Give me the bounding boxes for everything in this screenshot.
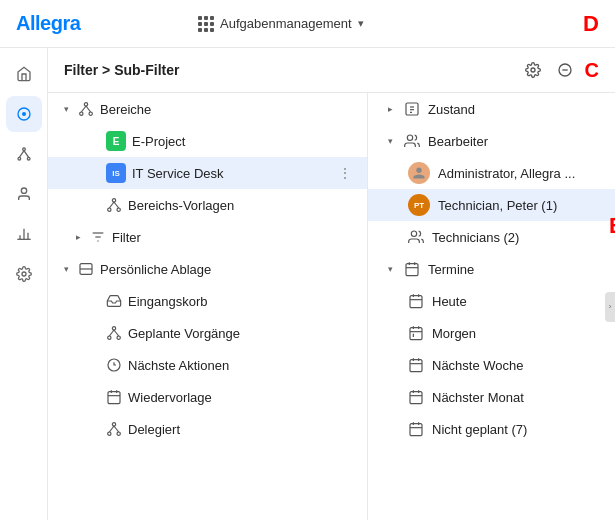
right-row-naechster-monat[interactable]: Nächster Monat	[368, 381, 615, 413]
sidebar-item-chart[interactable]	[6, 216, 42, 252]
svg-point-16	[84, 103, 87, 106]
tree-row-delegiert[interactable]: Delegiert	[48, 413, 367, 445]
annotation-c: C	[585, 59, 599, 82]
zustand-label: Zustand	[428, 102, 475, 117]
svg-point-4	[27, 157, 30, 160]
right-row-nicht-geplant[interactable]: Nicht geplant (7)	[368, 413, 615, 445]
right-row-heute[interactable]: Heute	[368, 285, 615, 317]
ng-icon	[408, 421, 424, 437]
tree-row-naechste-aktionen[interactable]: Nächste Aktionen	[48, 349, 367, 381]
svg-rect-64	[410, 360, 422, 372]
svg-point-50	[407, 135, 412, 140]
tree-row-geplante-vorgaenge[interactable]: Geplante Vorgänge	[48, 317, 367, 349]
ng-label: Nicht geplant (7)	[432, 422, 599, 437]
na-label: Nächste Aktionen	[128, 358, 355, 373]
nm-icon	[408, 389, 424, 405]
expand-pa-icon[interactable]	[60, 263, 72, 275]
svg-point-12	[22, 272, 26, 276]
technicians-label: Technicians (2)	[432, 230, 599, 245]
right-row-bearbeiter[interactable]: Bearbeiter	[368, 125, 615, 157]
its-label: IT Service Desk	[132, 166, 329, 181]
filter-header: Filter > Sub-Filter C	[48, 48, 615, 93]
svg-point-22	[108, 208, 111, 211]
two-col: Bereiche E E-Project IS IT Service Desk …	[48, 93, 615, 520]
right-row-technician-peter[interactable]: PT Technician, Peter (1)	[368, 189, 615, 221]
collapse-handle[interactable]: ›	[605, 292, 615, 322]
logo: Allegra	[16, 12, 80, 35]
annotation-d: D	[583, 11, 599, 37]
annotation-b: B	[609, 213, 615, 239]
heute-icon	[408, 293, 424, 309]
morgen-label: Morgen	[432, 326, 599, 341]
right-row-morgen[interactable]: Morgen	[368, 317, 615, 349]
svg-point-7	[21, 188, 26, 193]
expand-termine-icon[interactable]	[384, 263, 396, 275]
tree-row-e-project[interactable]: E E-Project	[48, 125, 367, 157]
sidebar-item-home[interactable]	[6, 56, 42, 92]
tree-row-filter[interactable]: Filter	[48, 221, 367, 253]
svg-line-19	[81, 106, 86, 112]
gv-icon	[106, 325, 122, 341]
svg-line-45	[114, 426, 119, 432]
svg-rect-56	[410, 296, 422, 308]
svg-point-2	[22, 148, 25, 151]
content-area: Filter > Sub-Filter C	[48, 48, 615, 520]
svg-rect-52	[406, 264, 418, 276]
sidebar-item-filter[interactable]	[6, 96, 42, 132]
collapse-arrow-icon: ›	[609, 302, 612, 311]
right-panel: Zustand Bearbeiter	[368, 93, 615, 520]
tree-row-eingangskorb[interactable]: Eingangskorb	[48, 285, 367, 317]
sidebar-item-network[interactable]	[6, 136, 42, 172]
del-label: Delegiert	[128, 422, 355, 437]
breadcrumb: Filter > Sub-Filter	[64, 62, 180, 78]
svg-point-23	[117, 208, 120, 211]
gear-button[interactable]	[521, 58, 545, 82]
svg-rect-60	[410, 328, 422, 340]
technician-peter-label: Technician, Peter (1)	[438, 198, 599, 213]
right-row-technicians[interactable]: Technicians (2) B	[368, 221, 615, 253]
svg-point-31	[112, 327, 115, 330]
bv-label: Bereichs-Vorlagen	[128, 198, 355, 213]
tree-row-it-service-desk[interactable]: IS IT Service Desk ⋮ A	[48, 157, 367, 189]
svg-line-24	[109, 202, 114, 208]
svg-point-18	[89, 112, 92, 115]
bereiche-icon	[78, 101, 94, 117]
nw-icon	[408, 357, 424, 373]
wv-label: Wiedervorlage	[128, 390, 355, 405]
morgen-icon	[408, 325, 424, 341]
apps-icon[interactable]	[198, 16, 214, 32]
sidebar-item-user[interactable]	[6, 176, 42, 212]
right-row-administrator[interactable]: Administrator, Allegra ...	[368, 157, 615, 189]
bearbeiter-label: Bearbeiter	[428, 134, 488, 149]
right-row-naechste-woche[interactable]: Nächste Woche	[368, 349, 615, 381]
nm-label: Nächster Monat	[432, 390, 599, 405]
expand-bearbeiter-icon[interactable]	[384, 135, 396, 147]
tree-row-wiedervorlage[interactable]: Wiedervorlage	[48, 381, 367, 413]
expand-zustand-icon[interactable]	[384, 103, 396, 115]
expand-bereiche-icon[interactable]	[60, 103, 72, 115]
ek-label: Eingangskorb	[128, 294, 355, 309]
nav-label: Aufgabenmanagement	[220, 16, 352, 31]
its-badge: IS	[106, 163, 126, 183]
right-row-termine[interactable]: Termine	[368, 253, 615, 285]
svg-point-33	[117, 336, 120, 339]
svg-point-13	[531, 68, 535, 72]
e-project-badge: E	[106, 131, 126, 151]
svg-line-34	[109, 330, 114, 336]
nav-center[interactable]: Aufgabenmanagement ▾	[198, 16, 364, 32]
svg-point-17	[80, 112, 83, 115]
nav-arrow-icon: ▾	[358, 17, 364, 30]
right-row-zustand[interactable]: Zustand	[368, 93, 615, 125]
heute-label: Heute	[432, 294, 599, 309]
tree-row-bereichs-vorlagen[interactable]: Bereichs-Vorlagen	[48, 189, 367, 221]
tree-row-bereiche[interactable]: Bereiche	[48, 93, 367, 125]
technicians-icon	[408, 229, 424, 245]
sidebar-item-settings[interactable]	[6, 256, 42, 292]
bearbeiter-icon	[404, 133, 420, 149]
its-more-button[interactable]: ⋮	[335, 163, 355, 183]
expand-filter-icon[interactable]	[72, 231, 84, 243]
minus-circle-button[interactable]	[553, 58, 577, 82]
svg-line-25	[114, 202, 119, 208]
tree-row-persoenliche-ablage[interactable]: Persönliche Ablage	[48, 253, 367, 285]
svg-line-44	[109, 426, 114, 432]
